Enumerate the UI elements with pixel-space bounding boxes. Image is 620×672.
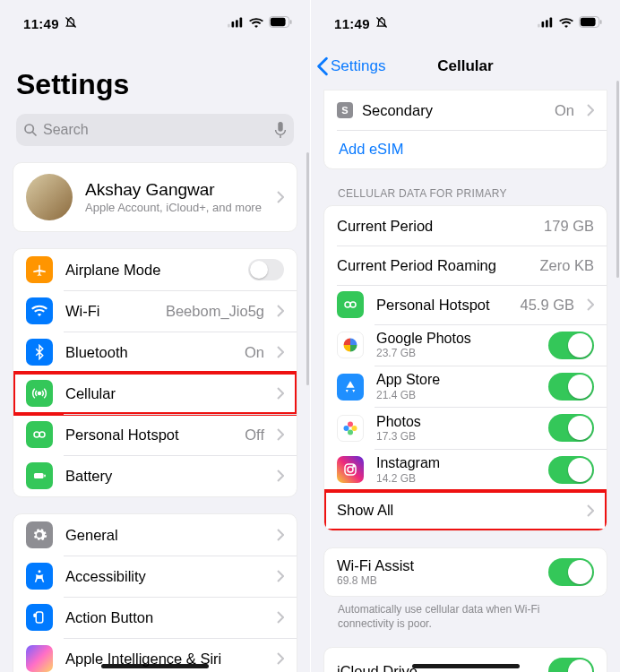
app-row-app-store[interactable]: App Store 21.4 GB [324, 366, 607, 407]
wifi-assist-section: Wi-Fi Assist 69.8 MB [323, 547, 607, 597]
hotspot-usage-label: Personal Hotspot [376, 297, 507, 314]
chevron-right-icon [277, 387, 284, 400]
bell-slash-icon [375, 16, 388, 31]
status-time: 11:49 [23, 16, 59, 31]
icloud-drive-toggle[interactable] [548, 658, 594, 672]
app-toggle[interactable] [548, 332, 594, 359]
chevron-right-icon [277, 652, 284, 665]
svg-point-34 [352, 426, 357, 431]
bluetooth-icon [26, 339, 53, 366]
svg-line-8 [32, 132, 36, 135]
battery-icon [26, 462, 53, 489]
app-size: 17.3 GB [376, 430, 536, 443]
add-esim-button[interactable]: Add eSIM [324, 130, 607, 168]
svg-point-16 [39, 570, 41, 573]
svg-point-33 [348, 421, 353, 426]
app-toggle[interactable] [548, 414, 594, 442]
mic-icon[interactable] [274, 122, 287, 138]
app-name: App Store [376, 372, 536, 388]
wifi-assist-toggle[interactable] [548, 558, 594, 586]
app-row-photos[interactable]: Photos 17.3 GB [324, 408, 607, 449]
hotspot-label: Personal Hotspot [65, 426, 232, 444]
svg-rect-15 [44, 475, 46, 478]
svg-point-35 [348, 429, 353, 435]
bluetooth-value: On [245, 344, 264, 361]
personal-hotspot-row[interactable]: Personal Hotspot Off [13, 414, 297, 455]
account-name: Akshay Gangwar [85, 180, 264, 200]
airplane-icon [26, 256, 53, 283]
svg-point-32 [350, 302, 356, 307]
cellular-row[interactable]: Cellular [13, 373, 297, 414]
action-button-icon [26, 604, 53, 631]
svg-point-13 [39, 432, 45, 437]
chevron-right-icon [277, 529, 284, 541]
secondary-sim-row[interactable]: S Secondary On [324, 90, 607, 130]
data-usage-section: Current Period 179 GB Current Period Roa… [323, 205, 607, 531]
hotspot-icon [26, 421, 53, 448]
hotspot-value: Off [245, 426, 264, 444]
home-indicator[interactable] [412, 664, 520, 668]
back-button[interactable]: Settings [316, 47, 385, 86]
photos-icon [337, 415, 364, 442]
app-name: Photos [376, 414, 536, 430]
chevron-right-icon [277, 470, 284, 482]
app-toggle[interactable] [548, 373, 594, 401]
account-row[interactable]: Akshay Gangwar Apple Account, iCloud+, a… [13, 163, 297, 231]
app-row-instagram[interactable]: Instagram 14.2 GB [324, 449, 607, 490]
battery-row[interactable]: Battery [13, 455, 297, 496]
svg-rect-18 [34, 614, 36, 616]
app-row-google-photos[interactable]: Google Photos 23.7 GB [324, 324, 607, 366]
chevron-right-icon [277, 305, 284, 317]
chevron-right-icon [587, 104, 594, 116]
general-label: General [65, 527, 264, 544]
scrollbar[interactable] [306, 152, 309, 385]
app-name: Instagram [376, 455, 536, 471]
general-section: General Accessibility Action Button Appl… [13, 513, 297, 672]
wifi-value: Beebom_Jio5g [166, 303, 264, 320]
svg-rect-6 [290, 20, 292, 24]
airplane-toggle[interactable] [248, 259, 284, 280]
cellular-label: Cellular [65, 385, 264, 402]
battery-label: Battery [65, 468, 264, 485]
secondary-value: On [555, 102, 574, 119]
back-label: Settings [331, 57, 385, 75]
scrollbar[interactable] [616, 81, 619, 278]
svg-point-38 [348, 467, 353, 472]
connectivity-section: Airplane Mode Wi-Fi Beebom_Jio5g Bluetoo… [13, 248, 297, 497]
svg-rect-25 [542, 22, 545, 27]
svg-rect-17 [36, 612, 43, 623]
general-row[interactable]: General [13, 514, 297, 556]
home-indicator[interactable] [101, 664, 209, 668]
page-title: Settings [0, 47, 310, 108]
svg-rect-27 [550, 18, 553, 28]
gear-icon [26, 521, 53, 548]
battery-icon [269, 15, 292, 31]
svg-point-11 [39, 392, 41, 395]
bluetooth-row[interactable]: Bluetooth On [13, 332, 297, 373]
accessibility-row[interactable]: Accessibility [13, 556, 297, 597]
chevron-right-icon [277, 611, 284, 624]
action-button-row[interactable]: Action Button [13, 597, 297, 638]
hotspot-usage-value: 45.9 GB [520, 297, 574, 314]
airplane-label: Airplane Mode [65, 262, 236, 279]
wifi-assist-footer: Automatically use cellular data when Wi-… [311, 597, 620, 631]
search-input[interactable]: Search [16, 114, 294, 146]
app-toggle[interactable] [548, 456, 594, 484]
search-placeholder: Search [43, 122, 89, 138]
show-all-row[interactable]: Show All [324, 491, 607, 530]
svg-point-31 [345, 302, 350, 307]
wifi-icon [559, 15, 573, 31]
personal-hotspot-usage-row[interactable]: Personal Hotspot 45.9 GB [324, 285, 607, 324]
svg-rect-24 [538, 24, 540, 28]
svg-rect-30 [600, 20, 602, 24]
svg-rect-9 [278, 122, 282, 132]
hotspot-icon [337, 291, 364, 318]
action-button-label: Action Button [65, 609, 264, 626]
svg-rect-5 [271, 18, 286, 26]
wifi-assist-row[interactable]: Wi-Fi Assist 69.8 MB [324, 548, 607, 596]
wifi-row[interactable]: Wi-Fi Beebom_Jio5g [13, 290, 297, 332]
airplane-mode-row[interactable]: Airplane Mode [13, 249, 297, 290]
status-indicators [228, 15, 292, 31]
wifi-icon [26, 297, 53, 324]
accessibility-label: Accessibility [65, 568, 264, 585]
